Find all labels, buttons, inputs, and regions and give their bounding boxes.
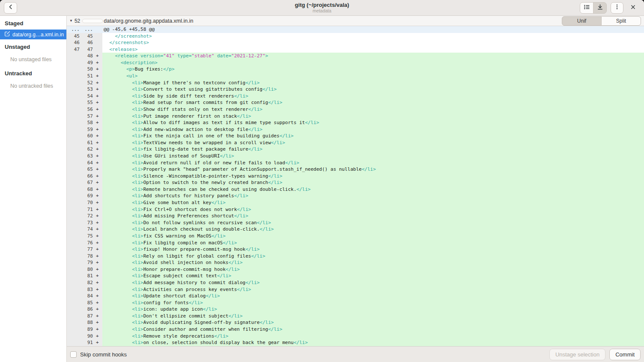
diff-line[interactable]: 63+ <li>Use GUri instead of SoupURI</li> <box>67 153 644 160</box>
diff-line[interactable]: 56+ <li>Show diff stats only on text ren… <box>67 106 644 113</box>
diff-line[interactable]: 79+ <li>Avoid shell injection on hooks</… <box>67 259 644 266</box>
line-gutter: 82+ <box>67 279 102 286</box>
diff-line[interactable]: 62+ <li>fix libgitg-date test package fa… <box>67 146 644 153</box>
commit-view-button[interactable] <box>593 2 607 14</box>
diff-body: ......@@ -45,6 +45,58 @@4545 </screensho… <box>67 26 644 346</box>
line-change-marker: + <box>95 86 100 93</box>
line-gutter: 61+ <box>67 139 102 146</box>
diff-line[interactable]: 75+ <li>fix CSS warning on MacOS</li> <box>67 233 644 240</box>
old-line-number: 45 <box>67 33 82 40</box>
line-change-marker: + <box>95 206 100 213</box>
code-text: <li>Properly mark "head" parameter of Ac… <box>102 166 376 173</box>
diff-line[interactable]: 69+ <li>Add shortcuts for history panels… <box>67 193 644 199</box>
line-change-marker <box>95 46 100 53</box>
diff-line[interactable]: 67+ <li>Option to switch to the newly cr… <box>67 179 644 186</box>
diff-line[interactable]: ......@@ -45,6 +45,58 @@ <box>67 26 644 33</box>
line-change-marker: + <box>95 179 100 186</box>
old-line-number <box>67 213 82 220</box>
unstage-selection-button[interactable]: Unstage selection <box>549 349 605 360</box>
diff-line[interactable]: 65+ <li>Properly mark "head" parameter o… <box>67 166 644 173</box>
diff-line[interactable]: 78+ <li>Rely on libgit for global config… <box>67 253 644 260</box>
expander-triangle-icon[interactable]: ▼ <box>69 19 73 23</box>
diff-line[interactable]: 81+ <li>Escape subject commit text</li> <box>67 273 644 279</box>
new-line-number: 71 <box>82 206 95 213</box>
diff-line[interactable]: 80+ <li>Honor prepare-commit-msg hook</l… <box>67 266 644 273</box>
commit-button[interactable]: Commit <box>609 349 641 360</box>
diff-line[interactable]: 66+ <li>Silence -Wincompatible-pointer-t… <box>67 173 644 180</box>
old-line-number <box>67 313 82 320</box>
diff-line[interactable]: 73+ <li>Do not follow symlinks on recurs… <box>67 220 644 226</box>
close-icon <box>630 4 636 12</box>
old-line-number <box>67 179 82 186</box>
menu-button[interactable] <box>611 2 623 14</box>
new-line-number: 48 <box>82 53 95 59</box>
diff-line[interactable]: 53+ <li>Convert to text using gitattribu… <box>67 86 644 93</box>
diff-line[interactable]: 55+ <li>Read setup for smart commits fro… <box>67 99 644 106</box>
diff-line[interactable]: 89+ <li>Consider author and committer wh… <box>67 326 644 333</box>
new-line-number: 50 <box>82 66 95 73</box>
line-change-marker: + <box>95 66 100 73</box>
line-gutter: 80+ <box>67 266 102 273</box>
diff-line[interactable]: 54+ <li>Side by side diff text renderers… <box>67 93 644 100</box>
line-change-marker: + <box>95 240 100 246</box>
diff-line[interactable]: 48+ <release version="41" type="stable" … <box>67 53 644 59</box>
diff-line[interactable]: 49+ <description> <box>67 59 644 66</box>
staged-file-item[interactable]: data/org.g…a.xml.in.in <box>0 30 66 39</box>
diff-line[interactable]: 58+ <li>Allow to diff images as text if … <box>67 119 644 126</box>
close-button[interactable] <box>627 2 638 13</box>
diff-line[interactable]: 85+ <li>config for fonts</li> <box>67 300 644 306</box>
diff-line[interactable]: 60+ <li>Fix the ninja call in one of the… <box>67 133 644 139</box>
diff-line[interactable]: 84+ <li>Update shortcut dialog</li> <box>67 293 644 300</box>
line-gutter: 76+ <box>67 240 102 246</box>
diff-line[interactable]: 52+ <li>Manage if there's no textconv co… <box>67 80 644 86</box>
back-button[interactable] <box>4 2 17 14</box>
line-gutter: 90+ <box>67 333 102 340</box>
diff-line[interactable]: 57+ <li>Put image renderer first on stac… <box>67 113 644 120</box>
diff-line[interactable]: 82+ <li>Add message history to commit di… <box>67 279 644 286</box>
window-title: gitg (~/projects/vala) <box>295 2 349 8</box>
new-line-number: 80 <box>82 266 95 273</box>
download-icon <box>597 4 603 12</box>
diff-line[interactable]: 4646 </screenshots> <box>67 39 644 46</box>
line-change-marker: + <box>95 166 100 173</box>
code-text: <li>Don't ellipsize commit subject</li> <box>102 313 243 320</box>
diff-line[interactable]: 68+ <li>Remote branches can be checked o… <box>67 186 644 193</box>
old-line-number <box>67 259 82 266</box>
unified-view-button[interactable]: Unif <box>562 16 602 26</box>
diff-line[interactable]: 70+ <li>Give some button alt key</li> <box>67 199 644 206</box>
code-text: <description> <box>102 59 158 66</box>
diff-line[interactable]: 76+ <li>Fix libgitg compile on macOS</li… <box>67 240 644 246</box>
list-view-button[interactable] <box>580 2 593 14</box>
diff-line[interactable]: 71+ <li>Fix Ctrl+O shortcut does not wor… <box>67 206 644 213</box>
line-gutter: 68+ <box>67 186 102 193</box>
old-line-number <box>67 326 82 333</box>
diff-line[interactable]: 4747 <releases> <box>67 46 644 53</box>
diff-line[interactable]: 87+ <li>Don't ellipsize commit subject</… <box>67 313 644 320</box>
diff-line[interactable]: 4545 </screenshot> <box>67 33 644 40</box>
diff-line[interactable]: 90+ <li>Remove style deprecations</li> <box>67 333 644 340</box>
code-text: <li>Allow to diff images as text if its … <box>102 119 319 126</box>
line-change-marker: + <box>95 213 100 220</box>
diff-line[interactable]: 64+ <li>Avoid return null if old or new … <box>67 160 644 166</box>
new-line-number: 76 <box>82 240 95 246</box>
diff-line[interactable]: 74+ <li>Local branch checkout using doub… <box>67 226 644 233</box>
skip-hooks-checkbox[interactable] <box>70 351 77 358</box>
line-change-marker: + <box>95 59 100 66</box>
headerbar: gitg (~/projects/vala) metadata <box>0 0 644 16</box>
diff-line[interactable]: 83+ <li>Activities can process key event… <box>67 286 644 293</box>
split-view-button[interactable]: Split <box>601 16 641 26</box>
diff-line[interactable]: 50+ <p>Bug fixes:</p> <box>67 66 644 73</box>
old-line-number <box>67 246 82 253</box>
diff-line[interactable]: 91+ <li>on close, selection should displ… <box>67 339 644 346</box>
staged-section-header: Staged <box>0 16 66 30</box>
diff-line[interactable]: 61+ <li>TextView needs to be wrapped in … <box>67 139 644 146</box>
diff-line[interactable]: 72+ <li>Add missing Preferences shortcut… <box>67 213 644 220</box>
old-line-number <box>67 73 82 80</box>
line-gutter: 48+ <box>67 53 102 59</box>
diff-line[interactable]: 88+ <li>Avoid duplicating Signed-off-by … <box>67 319 644 326</box>
diff-line[interactable]: 86+ <li>icon: update app icon</li> <box>67 306 644 313</box>
diff-line[interactable]: 77+ <li>fixup! Honor prepare-commit-msg … <box>67 246 644 253</box>
diff-line[interactable]: 51+ <ul> <box>67 73 644 80</box>
code-text: <li>config for fonts</li> <box>102 300 203 306</box>
diff-line[interactable]: 59+ <li>Add new-window action to desktop… <box>67 126 644 133</box>
